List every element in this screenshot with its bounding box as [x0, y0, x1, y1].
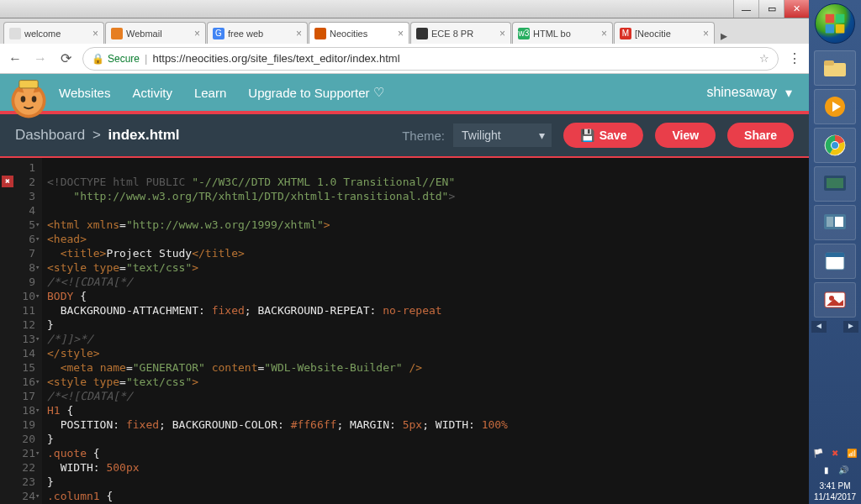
svg-rect-20	[827, 178, 843, 188]
fold-toggle-icon[interactable]: ▾	[35, 289, 40, 303]
nav-websites[interactable]: Websites	[59, 86, 110, 100]
code-line[interactable]: POSITION: fixed; BACKGROUND-COLOR: #ff66…	[47, 417, 809, 432]
tab-label: free web	[228, 29, 263, 39]
window-close-button[interactable]: ✕	[784, 0, 809, 18]
tab-close-icon[interactable]: ×	[194, 28, 200, 39]
breadcrumb-dashboard[interactable]: Dashboard	[15, 127, 85, 143]
code-line[interactable]: "http://www.w3.org/TR/xhtml1/DTD/xhtml1-…	[47, 189, 809, 203]
user-menu[interactable]: shinesaway ▾	[706, 85, 792, 101]
tab-close-icon[interactable]: ×	[92, 28, 98, 39]
fold-toggle-icon[interactable]: ▾	[35, 218, 40, 232]
fold-toggle-icon[interactable]: ▾	[35, 489, 40, 503]
code-line[interactable]: <meta name="GENERATOR" content="WDL-Webs…	[47, 360, 809, 375]
code-line[interactable]: /*<![CDATA[*/	[47, 389, 809, 403]
code-line[interactable]: BACKGROUND-ATTACHMENT: fixed; BACKGROUND…	[47, 303, 809, 318]
code-line[interactable]: ▾<style type="text/css">	[47, 375, 809, 389]
clock-time: 3:41 PM	[809, 480, 861, 491]
taskbar-scroll-up[interactable]: ◄	[811, 321, 827, 333]
taskbar-item-photos[interactable]	[814, 282, 856, 318]
code-line[interactable]: ▾BODY {	[47, 289, 809, 303]
browser-tab[interactable]: Webmail×	[105, 22, 206, 44]
code-line[interactable]: ▾.quote {	[47, 446, 809, 460]
tab-close-icon[interactable]: ×	[601, 28, 607, 39]
taskbar-item-media-player[interactable]	[814, 89, 856, 124]
browser-tab[interactable]: welcome×	[3, 22, 104, 44]
code-line[interactable]: }	[47, 432, 809, 446]
tab-close-icon[interactable]: ×	[398, 28, 404, 39]
code-line[interactable]: <!DOCTYPE html PUBLIC "-//W3C//DTD XHTML…	[47, 175, 809, 189]
window-maximize-button[interactable]: ▭	[758, 0, 784, 18]
lock-icon: 🔒	[92, 53, 104, 65]
address-bar[interactable]: 🔒 Secure | https://neocities.org/site_fi…	[82, 47, 779, 71]
tab-close-icon[interactable]: ×	[296, 28, 302, 39]
fold-toggle-icon[interactable]: ▾	[35, 232, 40, 246]
tray-signal-icon[interactable]: ▮	[821, 465, 832, 477]
code-line[interactable]: ▾<style type="text/css">	[47, 260, 809, 275]
neocities-logo-icon[interactable]	[5, 76, 52, 123]
tray-shield-icon[interactable]: ✖	[829, 449, 841, 460]
code-line[interactable]: /*<![CDATA[*/	[47, 275, 809, 289]
browser-tab[interactable]: Gfree web×	[207, 22, 308, 44]
reload-button[interactable]: ⟳	[57, 50, 74, 67]
code-line[interactable]: }	[47, 318, 809, 332]
fold-toggle-icon[interactable]: ▾	[35, 332, 40, 346]
taskbar-item-notes[interactable]	[814, 244, 856, 279]
nav-upgrade[interactable]: Upgrade to Supporter ♡	[248, 85, 383, 100]
code-line[interactable]: }	[47, 475, 809, 489]
tab-favicon-icon: M	[620, 28, 631, 39]
code-line[interactable]: <title>Project Study</title>	[47, 246, 809, 260]
theme-select[interactable]: Twilight	[453, 123, 552, 147]
editor-toolbar: Dashboard > index.html Theme: Twilight 💾…	[0, 114, 809, 158]
browser-tab[interactable]: ECE 8 PR×	[410, 22, 511, 44]
code-editor[interactable]: 12✖3456789101112131415161718192021222324…	[0, 158, 809, 504]
browser-tab[interactable]: w3HTML bo×	[512, 22, 613, 44]
taskbar-item-desktop[interactable]	[814, 166, 856, 202]
tray-volume-icon[interactable]: 🔊	[837, 465, 849, 477]
breadcrumb: Dashboard > index.html	[15, 127, 180, 144]
start-button[interactable]	[815, 3, 855, 44]
view-button[interactable]: View	[655, 123, 716, 148]
code-line[interactable]: ▾<html xmlns="http://www.w3.org/1999/xht…	[47, 218, 809, 232]
taskbar-item-chrome[interactable]	[814, 128, 856, 163]
fold-toggle-icon[interactable]: ▾	[35, 260, 40, 275]
taskbar-scroll-down[interactable]: ►	[843, 321, 858, 333]
gutter-line-number: 7	[0, 246, 35, 260]
browser-tab[interactable]: M[Neocitie×	[614, 22, 715, 44]
gutter-line-number: 3	[0, 189, 35, 203]
chrome-menu-button[interactable]: ⋮	[787, 50, 802, 66]
code-line[interactable]: ▾.column1 {	[47, 489, 809, 503]
forward-button[interactable]: →	[32, 50, 49, 67]
fold-toggle-icon[interactable]: ▾	[35, 446, 40, 460]
system-clock[interactable]: 3:41 PM 11/14/2017	[809, 480, 861, 502]
code-line[interactable]: ▾H1 {	[47, 403, 809, 417]
bookmark-star-icon[interactable]: ☆	[759, 52, 769, 65]
nav-activity[interactable]: Activity	[132, 86, 172, 100]
browser-tab[interactable]: Neocities×	[309, 22, 409, 44]
fold-toggle-icon[interactable]: ▾	[35, 375, 40, 389]
back-button[interactable]: ←	[7, 50, 24, 67]
breadcrumb-filename: index.html	[108, 127, 180, 143]
code-line[interactable]	[47, 160, 809, 175]
code-line[interactable]: ▾/*]]>*/	[47, 332, 809, 346]
new-tab-button[interactable]: ▸	[716, 28, 732, 44]
error-marker-icon[interactable]: ✖	[2, 176, 13, 187]
neocities-header: Websites Activity Learn Upgrade to Suppo…	[0, 74, 809, 114]
tray-network-icon[interactable]: 📶	[846, 449, 858, 460]
code-line[interactable]: WIDTH: 500px	[47, 460, 809, 475]
window-minimize-button[interactable]: —	[733, 0, 758, 18]
code-line[interactable]: ▾<head>	[47, 232, 809, 246]
taskbar-item-app[interactable]	[814, 205, 856, 240]
gutter-line-number: 21	[0, 446, 35, 460]
tab-close-icon[interactable]: ×	[499, 28, 505, 39]
code-line[interactable]: </style>	[47, 346, 809, 360]
editor-code-area[interactable]: <!DOCTYPE html PUBLIC "-//W3C//DTD XHTML…	[42, 158, 809, 504]
svg-point-18	[832, 142, 838, 149]
nav-learn[interactable]: Learn	[194, 86, 226, 100]
tray-flag-icon[interactable]: 🏳️	[812, 449, 824, 460]
tab-close-icon[interactable]: ×	[703, 28, 709, 39]
save-button[interactable]: 💾 Save	[563, 123, 644, 148]
share-button[interactable]: Share	[727, 123, 794, 148]
fold-toggle-icon[interactable]: ▾	[35, 403, 40, 417]
code-line[interactable]	[47, 203, 809, 218]
taskbar-item-explorer[interactable]	[814, 50, 856, 86]
